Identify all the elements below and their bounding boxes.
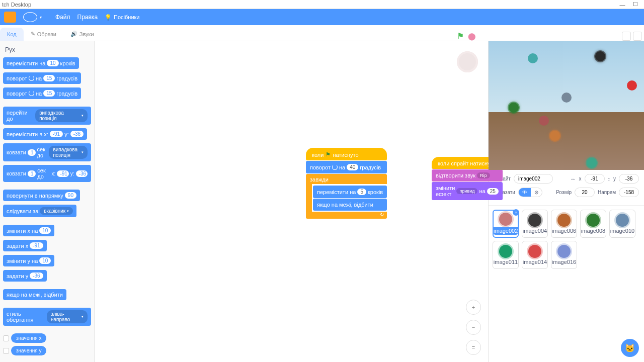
ccw-icon (29, 90, 34, 96)
cw-icon (332, 164, 338, 170)
block-changex[interactable]: змінити x на10 (3, 225, 54, 236)
sprite-size-input[interactable] (575, 188, 595, 197)
sprite-name: image002 (494, 227, 518, 235)
block-turn-cw[interactable]: поворотна15градусів (3, 72, 81, 84)
language-icon[interactable] (23, 12, 37, 22)
arrows-v-icon: ↕ (608, 176, 611, 182)
sprite-item[interactable]: image004 (522, 210, 548, 238)
sprite-name: image011 (494, 259, 518, 265)
block-palette: Рух перемістити на10кроків поворотна15гр… (0, 41, 95, 362)
green-flag-icon: ⚑ (326, 151, 331, 158)
tab-costumes[interactable]: ✎Образи (24, 27, 63, 41)
block-rotstyle[interactable]: стиль обертаннязліва-направо (3, 308, 91, 326)
block-setx[interactable]: задати x-91 (3, 240, 47, 251)
add-sprite-button[interactable]: 🐱 (621, 339, 639, 357)
block-move[interactable]: перемістити на10кроків (3, 57, 79, 69)
stage[interactable] (489, 41, 644, 170)
sprite-watermark (457, 51, 478, 72)
block-follow[interactable]: слідувати завказівник (3, 205, 76, 217)
hide-icon: ⊘ (531, 188, 542, 197)
script-stack-1[interactable]: коли⚑натиснуто поворотна40градусів завжд… (306, 148, 387, 219)
sprite-name: image008 (581, 228, 605, 234)
show-icon: 👁 (519, 188, 531, 197)
sprite-thumb (557, 214, 571, 227)
block-point[interactable]: повернути в напрямку90 (3, 190, 80, 201)
sprite-y-input[interactable] (619, 174, 639, 184)
hat-flag-clicked[interactable]: коли⚑натиснуто (306, 148, 387, 160)
zoom-out-button[interactable]: − (466, 320, 481, 335)
block-goto[interactable]: перейти довипадкова позиція (3, 107, 91, 125)
visibility-toggle[interactable]: 👁⊘ (518, 188, 542, 197)
arrows-h-icon: ↔ (571, 176, 576, 182)
scratch-logo (4, 12, 16, 23)
sprite-item[interactable]: image008 (580, 210, 606, 238)
block-glidexy[interactable]: ковзати1сек доx:-91y:-36 (3, 165, 91, 182)
sprite-thumb (587, 214, 600, 227)
stage-sprite[interactable] (587, 158, 597, 168)
block-change-effect[interactable]: змінити ефектпривидна25 (432, 182, 503, 200)
menu-file[interactable]: Файл (55, 14, 70, 21)
block-bounce[interactable]: якщо на межі, відбити (3, 289, 66, 300)
stage-sprite[interactable] (561, 93, 572, 103)
sound-icon: 🔊 (70, 31, 77, 37)
stop-icon[interactable]: ⬤ (468, 32, 476, 40)
tab-sounds[interactable]: 🔊Звуки (63, 27, 101, 41)
large-stage-button[interactable] (633, 32, 642, 41)
window-minimize-button[interactable]: — (616, 1, 629, 9)
window-title: tch Desktop (2, 2, 31, 8)
reporter-ypos[interactable]: значення y (3, 346, 91, 355)
sprite-x-input[interactable] (585, 174, 605, 184)
stage-sprite[interactable] (550, 131, 560, 141)
block-glide[interactable]: ковзати1сек довипадкова позиція (3, 143, 91, 161)
menu-tutorials[interactable]: 💡 Посібники (105, 14, 139, 21)
script-workspace[interactable]: коли⚑натиснуто поворотна40градусів завжд… (95, 41, 488, 362)
block-turn-cw[interactable]: поворотна40градусів (306, 161, 387, 173)
sprite-name: image006 (552, 228, 576, 234)
stage-sprite[interactable] (595, 51, 605, 61)
stage-sprite[interactable] (528, 53, 538, 63)
stage-sprite[interactable] (539, 116, 549, 126)
sprite-item[interactable]: image016 (551, 241, 577, 269)
sprite-item[interactable]: ×image002 (493, 210, 519, 238)
sprite-item[interactable]: image014 (522, 241, 548, 269)
tab-code[interactable]: Код (0, 28, 24, 41)
small-stage-button[interactable] (622, 32, 631, 41)
block-forever[interactable]: завжди (306, 174, 387, 184)
block-turn-ccw[interactable]: поворотна15градусів (3, 87, 81, 99)
sprite-thumb (528, 214, 541, 227)
category-header: Рух (5, 46, 91, 53)
zoom-reset-button[interactable]: = (466, 340, 481, 355)
tab-bar: Код ✎Образи 🔊Звуки ⚑ ⬤ (0, 25, 644, 41)
sprite-list: ×image002image004image006image008image01… (489, 206, 644, 362)
block-move[interactable]: перемістити на5кроків (313, 186, 387, 198)
block-bounce[interactable]: якщо на межі, відбити (313, 199, 387, 211)
window-titlebar: tch Desktop — ☐ (0, 0, 644, 9)
stage-sprite[interactable] (509, 103, 519, 113)
zoom-in-button[interactable]: + (466, 300, 481, 315)
sprite-thumb (557, 245, 571, 258)
sprite-thumb (499, 245, 512, 258)
block-gotoxy[interactable]: перемістити в x:-91y:-36 (3, 128, 87, 140)
cw-icon (29, 75, 34, 81)
green-flag-icon[interactable]: ⚑ (457, 31, 464, 41)
block-sety[interactable]: задати y-36 (3, 270, 47, 282)
sprite-name: image014 (523, 259, 547, 265)
block-forever-foot[interactable] (306, 212, 387, 219)
sprite-direction-input[interactable] (619, 188, 639, 197)
sprite-name-input[interactable] (514, 174, 553, 184)
sprite-name: image010 (610, 228, 634, 234)
sprite-thumb (528, 245, 541, 258)
reporter-xpos[interactable]: значення x (3, 333, 91, 343)
delete-sprite-icon[interactable]: × (513, 209, 519, 216)
block-changey[interactable]: змінити y на10 (3, 255, 54, 266)
sprite-thumb (616, 214, 629, 227)
window-maximize-button[interactable]: ☐ (629, 1, 642, 9)
sprite-item[interactable]: image010 (609, 210, 635, 238)
stage-sprite[interactable] (627, 80, 637, 90)
sprite-info-panel: Спрайт ↔ x ↕ y Показати 👁⊘ Розмір Напрям (489, 170, 644, 206)
sprite-item[interactable]: image011 (493, 241, 519, 269)
block-play-sound[interactable]: відтворити звукRip (432, 169, 503, 182)
brush-icon: ✎ (31, 31, 35, 37)
sprite-item[interactable]: image006 (551, 210, 577, 238)
menu-edit[interactable]: Правка (77, 14, 98, 21)
